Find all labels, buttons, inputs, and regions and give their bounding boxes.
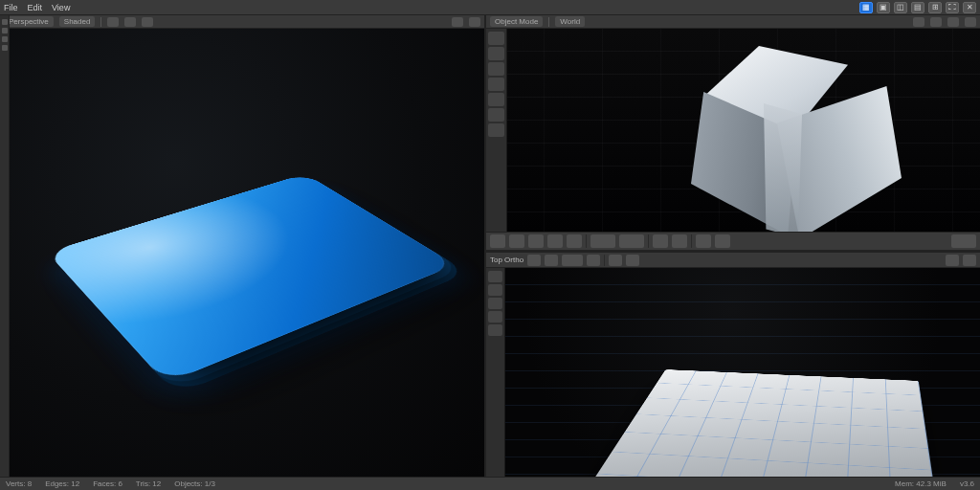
mt-shade-flat-icon[interactable] [653,234,668,248]
left-hdr-icon-2[interactable] [124,17,136,27]
rb-view-label: Top Ortho [490,256,523,264]
left-view-mode[interactable]: Perspective [4,16,54,27]
rt-mode[interactable]: Object Mode [490,16,543,27]
rb-select-icon[interactable] [527,255,541,266]
mid-toolbar [486,232,980,251]
left-viewport-header: Perspective Shaded [0,15,484,29]
rb-grid-icon[interactable] [609,255,622,266]
maximize-icon[interactable]: ⛶ [946,2,959,13]
status-faces: Faces: 6 [93,479,122,488]
rt-tool-transform[interactable] [488,93,504,106]
mt-render-icon[interactable] [951,234,976,248]
silver-cube-object[interactable] [678,46,907,232]
right-bottom-viewport[interactable] [486,268,980,477]
rt-sidebar [486,29,507,232]
mt-rotate-icon[interactable] [547,234,563,248]
rt-hdr-icon-4[interactable] [965,17,976,27]
rt-hdr-icon-1[interactable] [913,17,924,27]
rt-hdr-icon-2[interactable] [930,17,942,27]
app-root: File Edit View ▦ ▣ ◫ ▤ ⊞ ⛶ ✕ Perspective… [0,0,980,490]
cube-face-edge [764,103,802,232]
strip-tool-4[interactable] [2,45,8,51]
rt-tool-scale[interactable] [488,78,504,91]
mt-snap-icon[interactable] [590,234,615,248]
left-hdr-icon-1[interactable] [107,17,119,27]
status-objects: Objects: 1/3 [174,479,215,488]
layout-d-icon[interactable]: ▤ [911,2,924,13]
rb-tool-scale[interactable] [488,311,502,323]
mt-sep [648,234,649,248]
left-panel: Perspective Shaded [0,15,486,477]
menu-bar: File Edit View ▦ ▣ ◫ ▤ ⊞ ⛶ ✕ [0,0,980,15]
mt-sep [586,234,587,248]
rt-tool-annotate[interactable] [488,108,504,122]
layout-c-icon[interactable]: ◫ [894,2,907,13]
left-tool-strip [0,15,10,477]
sep [100,17,101,27]
main-area: Perspective Shaded Object Mod [0,15,980,477]
rb-sidebar [486,268,505,477]
rb-scale-icon[interactable] [587,255,600,266]
rt-tool-measure[interactable] [488,123,504,137]
rb-move-icon[interactable] [545,255,558,266]
right-top-viewport[interactable] [486,29,980,232]
status-bar: Verts: 8 Edges: 12 Faces: 6 Tris: 12 Obj… [0,477,980,490]
rb-header: Top Ortho [486,253,980,268]
right-bottom-panel: Top Ortho [486,253,980,477]
strip-tool-1[interactable] [2,19,8,25]
rt-layout[interactable]: World [555,16,585,27]
rt-tool-move[interactable] [488,47,504,60]
header-right-icons: ▦ ▣ ◫ ▤ ⊞ ⛶ ✕ [859,2,976,13]
rt-tool-select[interactable] [488,32,504,45]
status-mem: Mem: 42.3 MiB [895,479,947,488]
status-tris: Tris: 12 [136,479,161,488]
left-hdr-icon-r2[interactable] [469,17,480,27]
mt-pivot-icon[interactable] [619,234,644,248]
mt-move-icon[interactable] [528,234,544,248]
rb-solid-icon[interactable] [963,255,976,266]
blue-slab-object[interactable] [86,134,431,402]
rt-hdr-icon-3[interactable] [947,17,959,27]
close-icon[interactable]: ✕ [963,2,976,13]
mt-sep [691,234,692,248]
sep [548,17,549,27]
menu-view[interactable]: View [52,3,70,12]
rb-wire-icon[interactable] [946,255,959,266]
strip-tool-3[interactable] [2,36,8,42]
left-hdr-icon-3[interactable] [142,17,153,27]
rt-tool-rotate[interactable] [488,62,504,76]
grey-plane-mesh [563,369,944,477]
left-shade-mode[interactable]: Shaded [59,16,96,27]
blue-slab-mesh [47,173,456,383]
right-top-panel: Object Mode World [486,15,980,253]
menu-edit[interactable]: Edit [28,3,43,12]
grid-icon[interactable]: ⊞ [928,2,942,13]
rb-snap-icon[interactable] [626,255,639,266]
mt-view-b-icon[interactable] [715,234,730,248]
mt-scale-icon[interactable] [567,234,582,248]
mt-select-icon[interactable] [509,234,524,248]
mt-view-a-icon[interactable] [696,234,711,248]
mt-shade-smooth-icon[interactable] [672,234,687,248]
status-version: v3.6 [960,479,974,488]
status-verts: Verts: 8 [6,479,32,488]
rb-sep [604,255,605,266]
menu-file[interactable]: File [4,3,18,12]
layout-b-icon[interactable]: ▣ [877,2,890,13]
right-top-header: Object Mode World [486,15,980,29]
grey-plane-object[interactable] [620,287,965,477]
left-viewport[interactable] [10,29,484,477]
rb-rotate-icon[interactable] [562,255,583,266]
rb-tool-select[interactable] [488,271,502,282]
rb-tool-rotate[interactable] [488,298,502,309]
rb-tool-measure[interactable] [488,324,502,336]
mt-cursor-icon[interactable] [490,234,505,248]
rb-tool-move[interactable] [488,284,502,296]
layout-a-icon[interactable]: ▦ [859,2,873,13]
status-edges: Edges: 12 [45,479,79,488]
right-panel: Object Mode World [486,15,980,477]
left-hdr-icon-r1[interactable] [452,17,463,27]
strip-tool-2[interactable] [2,28,8,33]
